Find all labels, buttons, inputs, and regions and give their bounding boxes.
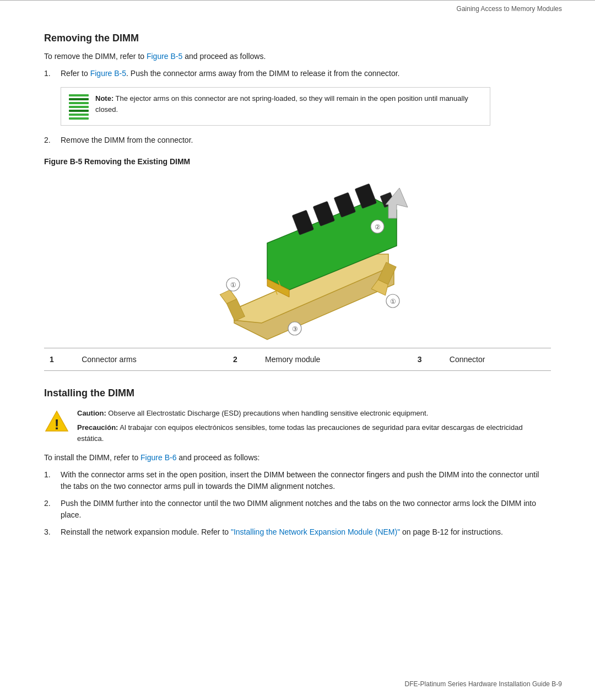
content-area: Removing the DIMM To remove the DIMM, re…: [0, 16, 595, 568]
list-item: 1. With the connector arms set in the op…: [44, 469, 551, 492]
figure-area: ① ② ③ ①: [44, 171, 551, 342]
note-line-4: [69, 106, 89, 108]
list-item: 3. Reinstall the network expansion modul…: [44, 526, 551, 538]
caution-icon: !: [44, 409, 69, 436]
figure-b6-link[interactable]: Figure B-6: [140, 453, 176, 462]
caution-label: Caution:: [77, 409, 106, 417]
precaucion-label: Precaución:: [77, 423, 118, 432]
legend-num-2: 2: [229, 354, 259, 365]
figure-legend: 1 Connector arms 2 Memory module 3 Conne…: [44, 348, 551, 371]
note-icon: [69, 94, 89, 120]
list-item: 2. Push the DIMM further into the connec…: [44, 498, 551, 521]
svg-text:②: ②: [375, 223, 381, 231]
nem-link[interactable]: "Installing the Network Expansion Module…: [231, 527, 400, 536]
note-box: Note: The ejector arms on this connector…: [61, 87, 490, 126]
page-footer: DFE-Platinum Series Hardware Installatio…: [405, 680, 562, 688]
figure-caption: Figure B-5 Removing the Existing DIMM: [44, 157, 551, 166]
legend-num-3: 3: [413, 354, 444, 365]
removing-intro: To remove the DIMM, refer to Figure B-5 …: [44, 51, 551, 62]
note-label: Note:: [95, 94, 113, 103]
removing-steps: 1. Refer to Figure B-5. Push the connect…: [44, 68, 551, 79]
figure-b5-link[interactable]: Figure B-5: [90, 69, 126, 78]
warning-triangle-svg: !: [44, 409, 69, 434]
svg-text:①: ①: [390, 298, 396, 305]
note-text: Note: The ejector arms on this connector…: [95, 93, 482, 115]
precaucion-paragraph: Precaución: Al trabajar con equipos elec…: [77, 422, 551, 444]
svg-text:③: ③: [292, 325, 298, 333]
installing-intro: To install the DIMM, refer to Figure B-6…: [44, 452, 551, 464]
caution-paragraph: Caution: Observe all Electrostatic Disch…: [77, 408, 551, 419]
svg-text:!: !: [55, 416, 60, 433]
legend-label-1: Connector arms: [77, 354, 228, 365]
legend-num-1: 1: [45, 354, 76, 365]
figure-b5-link-intro[interactable]: Figure B-5: [147, 52, 182, 61]
installing-section: Installing the DIMM ! Caution: Observe a…: [44, 387, 551, 538]
removing-steps-2: 2. Remove the DIMM from the connector.: [44, 134, 551, 146]
legend-label-3: Connector: [445, 354, 550, 365]
header-text: Gaining Access to Memory Modules: [457, 5, 562, 13]
caution-text-block: Caution: Observe all Electrostatic Disch…: [77, 408, 551, 444]
list-item: 1. Refer to Figure B-5. Push the connect…: [44, 68, 551, 79]
note-line-5: [69, 110, 89, 112]
note-line-1: [69, 94, 89, 96]
svg-text:①: ①: [230, 281, 236, 289]
svg-marker-23: [386, 188, 408, 218]
list-item: 2. Remove the DIMM from the connector.: [44, 134, 551, 146]
page-header: Gaining Access to Memory Modules: [0, 0, 595, 16]
installing-heading: Installing the DIMM: [44, 387, 551, 399]
note-line-6: [69, 114, 89, 116]
note-line-3: [69, 102, 89, 104]
page-container: Gaining Access to Memory Modules Removin…: [0, 0, 595, 700]
caution-box: ! Caution: Observe all Electrostatic Dis…: [44, 408, 551, 444]
footer-text: DFE-Platinum Series Hardware Installatio…: [405, 680, 562, 688]
dimm-diagram-svg: ① ② ③ ①: [179, 171, 416, 342]
removing-heading: Removing the DIMM: [44, 33, 551, 44]
note-line-7: [69, 117, 89, 120]
removing-section: Removing the DIMM To remove the DIMM, re…: [44, 33, 551, 371]
note-line-2: [69, 98, 89, 100]
installing-steps: 1. With the connector arms set in the op…: [44, 469, 551, 538]
legend-label-2: Memory module: [261, 354, 412, 365]
